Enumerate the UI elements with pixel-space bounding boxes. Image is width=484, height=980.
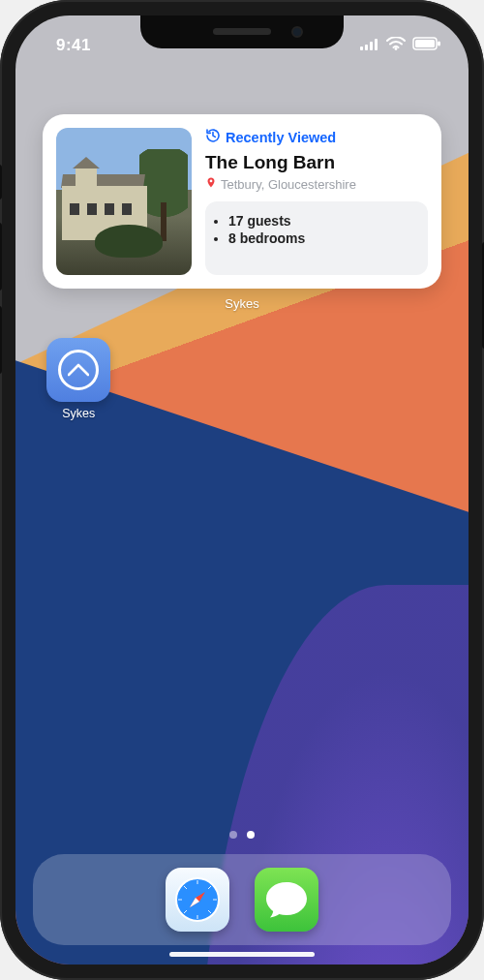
recently-viewed-header: Recently Viewed bbox=[205, 128, 428, 146]
property-thumbnail bbox=[56, 128, 192, 275]
svg-point-4 bbox=[395, 47, 398, 50]
dock bbox=[33, 854, 451, 945]
dock-app-safari[interactable] bbox=[166, 868, 229, 932]
svg-rect-1 bbox=[365, 45, 368, 50]
dock-app-messages[interactable] bbox=[255, 868, 318, 932]
widget-app-label: Sykes bbox=[15, 296, 469, 311]
svg-rect-3 bbox=[375, 39, 378, 50]
page-dot bbox=[229, 831, 237, 839]
property-location: Tetbury, Gloucestershire bbox=[205, 176, 428, 192]
location-pin-icon bbox=[205, 176, 217, 192]
svg-rect-7 bbox=[438, 42, 440, 46]
property-location-text: Tetbury, Gloucestershire bbox=[221, 177, 356, 192]
feature-item: 17 guests bbox=[228, 213, 418, 229]
app-sykes[interactable]: Sykes bbox=[33, 338, 125, 420]
device-notch bbox=[140, 15, 344, 48]
svg-rect-6 bbox=[415, 40, 435, 47]
home-indicator[interactable] bbox=[169, 952, 315, 957]
svg-rect-0 bbox=[360, 46, 363, 50]
status-time: 9:41 bbox=[41, 36, 91, 55]
property-features: 17 guests 8 bedrooms bbox=[205, 201, 428, 275]
wifi-icon bbox=[386, 37, 406, 54]
app-label: Sykes bbox=[62, 407, 95, 420]
recently-viewed-label: Recently Viewed bbox=[226, 130, 336, 145]
feature-item: 8 bedrooms bbox=[228, 230, 418, 246]
page-dot-active bbox=[247, 831, 255, 839]
sykes-widget[interactable]: Recently Viewed The Long Barn Tetbury, G… bbox=[43, 114, 441, 289]
sykes-app-icon bbox=[46, 338, 110, 402]
svg-rect-2 bbox=[370, 42, 373, 50]
battery-icon bbox=[412, 37, 441, 54]
history-icon bbox=[205, 128, 221, 146]
page-indicator[interactable] bbox=[15, 831, 469, 839]
signal-icon bbox=[360, 37, 379, 54]
property-name: The Long Barn bbox=[205, 152, 428, 173]
